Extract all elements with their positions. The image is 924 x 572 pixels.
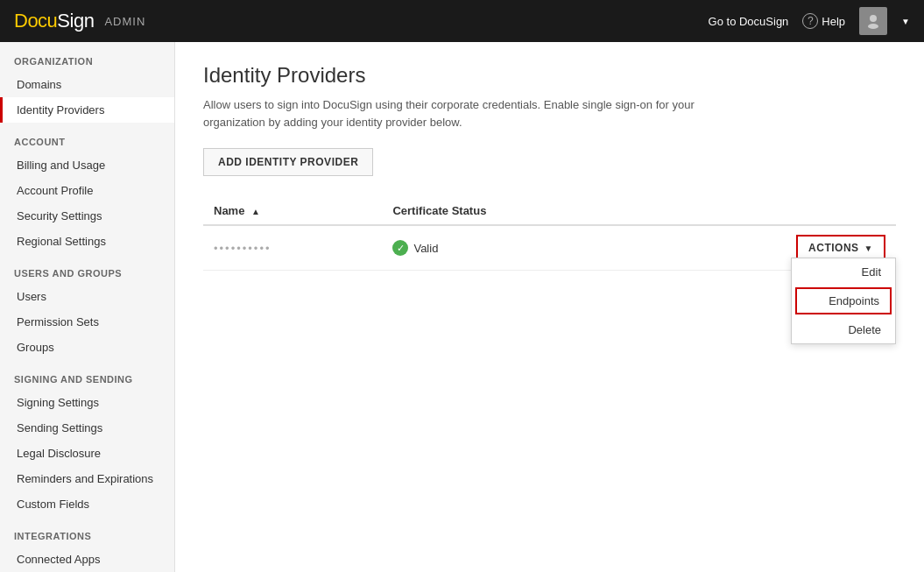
provider-name-cell: •••••••••• [203,225,382,271]
svg-point-0 [870,15,877,22]
sidebar-item-sending-settings[interactable]: Sending Settings [0,415,174,441]
sidebar-section-integrations: INTEGRATIONS [0,517,174,547]
page-description: Allow users to sign into DocuSign using … [203,96,834,131]
admin-label: ADMIN [104,15,145,28]
sidebar-item-connected-apps[interactable]: Connected Apps [0,547,174,572]
description-line1: Allow users to sign into DocuSign using … [203,98,695,111]
sidebar-section-organization: ORGANIZATION [0,42,174,72]
svg-point-1 [868,24,878,29]
logo: DocuSign [14,10,94,32]
dropdown-item-edit[interactable]: Edit [792,258,895,286]
logo-area: DocuSign ADMIN [14,10,145,32]
actions-dropdown: Edit Endpoints Delete [791,258,896,344]
help-label: Help [822,15,845,28]
help-circle-icon: ? [802,13,818,29]
top-nav: DocuSign ADMIN Go to DocuSign ? Help ▼ [0,0,924,42]
sidebar-item-billing-usage[interactable]: Billing and Usage [0,152,174,178]
provider-name-blurred: •••••••••• [214,242,272,255]
add-identity-provider-button[interactable]: ADD IDENTITY PROVIDER [203,148,373,176]
table-row: •••••••••• ✓ Valid ACTIONS ▼ [203,225,896,271]
sidebar-section-users-groups: USERS AND GROUPS [0,254,174,284]
sort-arrow-icon: ▲ [251,207,260,216]
dropdown-item-endpoints[interactable]: Endpoints [795,287,892,314]
status-valid-container: ✓ Valid [392,240,633,256]
sidebar-item-custom-fields[interactable]: Custom Fields [0,491,174,517]
sidebar-item-security-settings[interactable]: Security Settings [0,203,174,229]
actions-cell: ACTIONS ▼ Edit Endpoints Delete [644,225,896,271]
sidebar-item-legal-disclosure[interactable]: Legal Disclosure [0,441,174,466]
sidebar-item-regional-settings[interactable]: Regional Settings [0,229,174,254]
sidebar-item-users[interactable]: Users [0,284,174,309]
main-layout: ORGANIZATION Domains Identity Providers … [0,42,924,572]
sidebar-item-account-profile[interactable]: Account Profile [0,178,174,203]
sidebar-item-groups[interactable]: Groups [0,335,174,360]
actions-dropdown-arrow-icon: ▼ [864,244,873,253]
logo-highlight: Docu [14,10,57,32]
go-to-docusign-link[interactable]: Go to DocuSign [709,15,789,28]
col-name-header[interactable]: Name ▲ [203,197,382,225]
user-dropdown-arrow[interactable]: ▼ [901,17,910,26]
sidebar: ORGANIZATION Domains Identity Providers … [0,42,175,572]
status-label: Valid [413,242,438,255]
page-title: Identity Providers [203,63,896,88]
col-status-header: Certificate Status [382,197,644,225]
valid-status-icon: ✓ [392,240,408,256]
sidebar-section-signing-sending: SIGNING AND SENDING [0,360,174,390]
user-avatar[interactable] [859,7,887,35]
sidebar-item-identity-providers[interactable]: Identity Providers [0,97,174,123]
sidebar-item-domains[interactable]: Domains [0,72,174,97]
description-line2: organization by adding your identity pro… [203,116,462,129]
sidebar-item-signing-settings[interactable]: Signing Settings [0,390,174,415]
col-actions-header [644,197,896,225]
sidebar-item-reminders-expirations[interactable]: Reminders and Expirations [0,466,174,491]
content-area: Identity Providers Allow users to sign i… [175,42,924,572]
sidebar-item-permission-sets[interactable]: Permission Sets [0,309,174,335]
help-link[interactable]: ? Help [802,13,845,29]
sidebar-section-account: ACCOUNT [0,123,174,152]
dropdown-item-delete[interactable]: Delete [792,316,895,343]
status-cell: ✓ Valid [382,225,644,271]
identity-providers-table: Name ▲ Certificate Status •••••••••• ✓ [203,197,896,271]
nav-right: Go to DocuSign ? Help ▼ [709,7,910,35]
